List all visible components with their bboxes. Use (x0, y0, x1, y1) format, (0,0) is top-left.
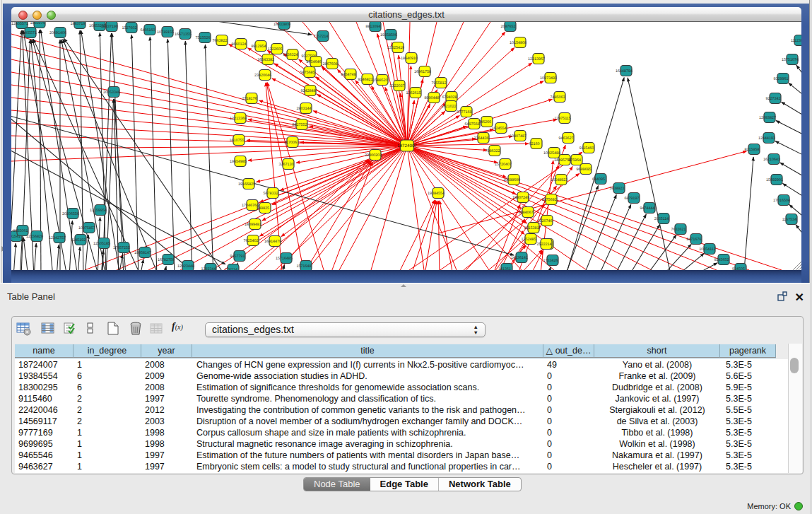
svg-text:1615381: 1615381 (524, 226, 539, 230)
svg-text:9146821: 9146821 (358, 78, 373, 82)
svg-text:18640910: 18640910 (401, 57, 418, 61)
svg-text:9084067: 9084067 (519, 211, 534, 215)
svg-text:141361: 141361 (498, 267, 511, 270)
svg-text:2867608: 2867608 (323, 62, 338, 66)
svg-text:1733426: 1733426 (543, 259, 558, 263)
svg-text:12213967: 12213967 (528, 57, 545, 62)
svg-text:1167534: 1167534 (782, 218, 797, 222)
svg-text:2087652: 2087652 (501, 25, 516, 29)
svg-text:5875685: 5875685 (300, 71, 315, 75)
svg-text:1865976: 1865976 (30, 22, 45, 25)
svg-text:12975115: 12975115 (554, 117, 571, 121)
svg-text:16448794: 16448794 (616, 69, 632, 74)
svg-text:2935114: 2935114 (654, 217, 669, 221)
svg-text:12342757: 12342757 (49, 236, 66, 240)
svg-text:16961758: 16961758 (414, 70, 431, 74)
svg-text:17957255: 17957255 (113, 246, 130, 250)
svg-text:7663822: 7663822 (213, 39, 228, 43)
svg-text:9975692: 9975692 (542, 198, 557, 202)
svg-text:9227342: 9227342 (766, 97, 781, 101)
svg-text:1112303: 1112303 (791, 39, 801, 43)
svg-text:14136141: 14136141 (511, 256, 528, 260)
svg-text:16210643: 16210643 (763, 158, 780, 162)
svg-text:8813094: 8813094 (366, 25, 381, 29)
svg-text:12505185: 12505185 (93, 242, 110, 246)
svg-text:16033809: 16033809 (273, 23, 290, 27)
svg-text:15720407: 15720407 (495, 163, 512, 167)
svg-text:20053346: 20053346 (103, 90, 120, 95)
svg-text:9463627: 9463627 (559, 136, 574, 141)
svg-text:16543382: 16543382 (257, 58, 274, 62)
svg-text:12213369: 12213369 (230, 117, 247, 121)
svg-text:8471676: 8471676 (687, 238, 702, 242)
svg-text:6879197: 6879197 (625, 197, 640, 201)
svg-text:23420046: 23420046 (254, 74, 271, 78)
svg-text:5322037: 5322037 (390, 84, 405, 88)
svg-text:1527602: 1527602 (122, 26, 137, 30)
svg-text:19166825: 19166825 (238, 182, 255, 187)
svg-text:9115460: 9115460 (579, 146, 594, 151)
svg-text:975964: 975964 (568, 158, 581, 163)
svg-text:19384554: 19384554 (428, 192, 445, 196)
svg-text:8215958: 8215958 (745, 148, 760, 152)
svg-text:7515526: 7515526 (196, 36, 211, 40)
svg-text:10025488: 10025488 (543, 151, 560, 156)
svg-text:7485063: 7485063 (551, 95, 565, 100)
svg-text:8427552: 8427552 (293, 123, 307, 127)
svg-text:1621022: 1621022 (442, 105, 457, 109)
svg-text:6497568: 6497568 (465, 122, 480, 127)
svg-text:3267130: 3267130 (279, 163, 294, 167)
svg-text:13325419: 13325419 (387, 46, 404, 50)
svg-text:9329961: 9329961 (774, 77, 789, 81)
svg-text:12405571: 12405571 (11, 22, 28, 26)
svg-text:16671355: 16671355 (175, 33, 192, 37)
svg-text:644095: 644095 (592, 177, 605, 182)
svg-text:62160: 62160 (529, 142, 540, 146)
svg-text:924505: 924505 (732, 267, 745, 270)
svg-text:12159954: 12159954 (90, 209, 107, 213)
svg-text:8454749: 8454749 (341, 73, 356, 77)
svg-text:5938923: 5938923 (610, 187, 625, 191)
svg-text:7625402: 7625402 (244, 239, 259, 243)
svg-text:9242848: 9242848 (301, 89, 316, 93)
svg-text:18724007: 18724007 (397, 144, 417, 148)
svg-text:12405571: 12405571 (20, 31, 37, 35)
svg-text:1520746: 1520746 (538, 219, 553, 223)
svg-text:1588520: 1588520 (373, 78, 388, 83)
svg-text:18807249: 18807249 (512, 196, 529, 200)
svg-text:10154808: 10154808 (510, 41, 526, 45)
svg-text:10688609: 10688609 (503, 178, 520, 182)
svg-text:15751074: 15751074 (782, 58, 799, 62)
svg-text:16782759: 16782759 (158, 258, 175, 262)
svg-text:19654985: 19654985 (230, 160, 247, 164)
svg-text:19258506: 19258506 (380, 33, 397, 37)
svg-text:1571648: 1571648 (297, 264, 312, 269)
svg-text:9777169: 9777169 (457, 110, 472, 115)
svg-text:17016504: 17016504 (773, 199, 790, 203)
svg-text:1292344: 1292344 (201, 267, 216, 270)
svg-text:12923448: 12923448 (177, 264, 194, 269)
svg-text:417006: 417006 (284, 141, 297, 145)
svg-text:10654112: 10654112 (699, 247, 716, 252)
svg-text:1362615: 1362615 (406, 91, 421, 95)
svg-text:20691406: 20691406 (49, 31, 66, 35)
svg-text:549825: 549825 (257, 206, 269, 211)
svg-text:746266: 746266 (478, 120, 491, 124)
svg-text:7632621: 7632621 (671, 228, 686, 232)
svg-text:10807487: 10807487 (510, 134, 526, 139)
svg-text:15692901: 15692901 (766, 178, 783, 182)
svg-text:9699695: 9699695 (577, 168, 592, 172)
svg-text:9474444: 9474444 (640, 206, 655, 211)
svg-text:10973493: 10973493 (540, 76, 557, 81)
svg-text:2754646: 2754646 (307, 60, 322, 64)
svg-text:1610755: 1610755 (230, 139, 245, 143)
svg-text:6794028: 6794028 (442, 95, 457, 100)
svg-text:2522214: 2522214 (537, 243, 552, 247)
svg-text:19958147: 19958147 (134, 251, 151, 255)
svg-text:7986322: 7986322 (486, 149, 500, 153)
svg-text:1883719: 1883719 (71, 22, 86, 26)
svg-text:8990448: 8990448 (425, 96, 440, 100)
svg-text:6466160: 6466160 (141, 28, 155, 33)
svg-text:5678332: 5678332 (264, 192, 278, 196)
svg-text:12444193: 12444193 (758, 136, 775, 141)
